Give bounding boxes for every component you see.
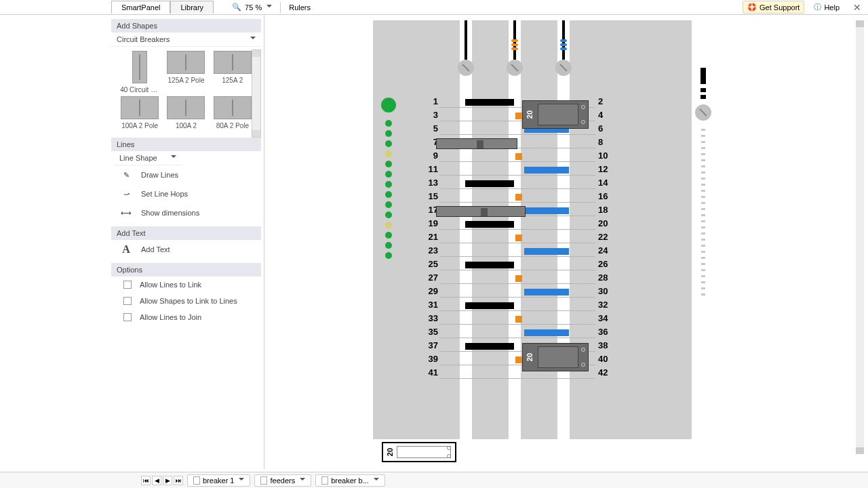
- set-line-hops-label: Set Line Hops: [141, 190, 188, 198]
- support-label: Get Support: [760, 3, 800, 12]
- checkbox[interactable]: [123, 281, 132, 289]
- checkbox[interactable]: [123, 297, 132, 305]
- options-header: Options: [111, 263, 261, 277]
- zoom-value[interactable]: 75 %: [245, 3, 262, 12]
- prev-page-icon[interactable]: ◀: [152, 476, 161, 485]
- floating-breaker[interactable]: 20: [382, 442, 456, 462]
- option-label: Allow Lines to Link: [140, 281, 201, 289]
- next-page-icon[interactable]: ▶: [163, 476, 172, 485]
- circuit-row[interactable]: 2122: [380, 232, 685, 245]
- draw-lines-label: Draw Lines: [141, 171, 178, 179]
- draw-lines-tool[interactable]: ✎ Draw Lines: [117, 165, 256, 184]
- page-nav[interactable]: ⏮ ◀ ▶ ⏭: [141, 476, 183, 485]
- breaker-20a-top[interactable]: 20: [522, 100, 589, 129]
- show-dims-label: Show dimensions: [141, 209, 199, 217]
- circuit-row[interactable]: 1920: [380, 218, 685, 232]
- close-icon[interactable]: ✕: [849, 2, 865, 13]
- zoom-caret-icon[interactable]: [267, 5, 272, 10]
- show-dimensions-tool[interactable]: ⟷ Show dimensions: [117, 203, 256, 222]
- circuit-rows: 1234567891011121314151617181920212223242…: [380, 96, 685, 381]
- circuit-row[interactable]: 2324: [380, 245, 685, 259]
- shape-item[interactable]: 125A 2 Pole: [164, 51, 208, 94]
- first-page-icon[interactable]: ⏮: [141, 476, 151, 485]
- add-text-label: Add Text: [141, 245, 170, 253]
- circuit-row[interactable]: 1718: [380, 205, 685, 218]
- breaker-20a-bottom[interactable]: 20: [522, 343, 589, 371]
- circuit-row[interactable]: 3536: [380, 327, 685, 340]
- circuit-row[interactable]: 1516: [380, 191, 685, 205]
- circuit-row[interactable]: 1314: [380, 178, 685, 191]
- circuit-row[interactable]: 2930: [380, 286, 685, 300]
- tab-smartpanel[interactable]: SmartPanel: [111, 1, 170, 14]
- breaker-small-2[interactable]: [436, 206, 526, 217]
- circuit-row[interactable]: 3132: [380, 300, 685, 313]
- rulers-toggle[interactable]: Rulers: [289, 3, 311, 12]
- add-text-header: Add Text: [111, 226, 261, 240]
- chevron-down-icon: [250, 37, 256, 42]
- shapes-scrollbar[interactable]: [252, 49, 261, 138]
- add-text-tool[interactable]: A Add Text: [111, 240, 261, 259]
- circuit-row[interactable]: 2526: [380, 259, 685, 272]
- hop-icon: ⤻: [119, 188, 133, 199]
- document-icon: [260, 476, 267, 485]
- circuit-row[interactable]: 910: [380, 150, 685, 164]
- checkbox[interactable]: [123, 313, 132, 321]
- zoom-controls: 🔍 75 %: [231, 2, 272, 13]
- shape-item[interactable]: 40 Circuit P...: [118, 51, 161, 94]
- shape-item[interactable]: 100A 2 Pole: [118, 96, 161, 129]
- option-lines-join[interactable]: Allow Lines to Join: [111, 309, 261, 325]
- option-label: Allow Shapes to Link to Lines: [140, 297, 237, 305]
- line-shape-label: Line Shape: [119, 154, 157, 162]
- set-line-hops-tool[interactable]: ⤻ Set Line Hops: [117, 184, 256, 203]
- breaker-small-1[interactable]: [436, 138, 517, 149]
- help-label: Help: [824, 3, 840, 12]
- shape-item[interactable]: 100A 2: [164, 96, 208, 129]
- top-toolbar: SmartPanel Library 🔍 75 % Rulers 🛟 Get S…: [0, 0, 868, 15]
- last-page-icon[interactable]: ⏭: [174, 476, 183, 485]
- document-icon: [321, 476, 328, 485]
- option-shapes-link[interactable]: Allow Shapes to Link to Lines: [111, 293, 261, 309]
- document-icon: [193, 476, 200, 485]
- zoom-icon[interactable]: 🔍: [231, 2, 242, 13]
- pencil-icon: ✎: [119, 169, 133, 180]
- sidebar: Add Shapes Circuit Breakers 40 Circuit P…: [108, 15, 264, 469]
- bottom-bar: ⏮ ◀ ▶ ⏭ breaker 1 feeders breaker b...: [0, 472, 868, 488]
- shapes-category-dropdown[interactable]: Circuit Breakers: [111, 33, 261, 47]
- text-icon: A: [119, 244, 133, 255]
- help-button[interactable]: ⓘ Help: [810, 1, 844, 14]
- get-support-button[interactable]: 🛟 Get Support: [743, 1, 804, 14]
- support-icon: 🛟: [747, 3, 757, 12]
- chevron-down-icon: [171, 155, 176, 161]
- shapes-category-label: Circuit Breakers: [117, 35, 170, 43]
- option-label: Allow Lines to Join: [140, 313, 201, 321]
- circuit-row[interactable]: 78: [380, 137, 685, 150]
- circuit-row[interactable]: 3334: [380, 313, 685, 327]
- separator: [280, 2, 281, 13]
- page-tab-2[interactable]: feeders: [254, 474, 311, 487]
- help-icon: ⓘ: [814, 2, 821, 12]
- circuit-row[interactable]: 2728: [380, 272, 685, 286]
- shapes-palette: 40 Circuit P... 125A 2 Pole 125A 2 100A …: [111, 47, 261, 134]
- left-tabs: SmartPanel Library: [111, 1, 214, 14]
- main-area: Add Shapes Circuit Breakers 40 Circuit P…: [0, 15, 868, 469]
- circuit-row[interactable]: 1112: [380, 164, 685, 178]
- line-shape-dropdown[interactable]: Line Shape: [114, 151, 182, 165]
- dimension-icon: ⟷: [119, 207, 133, 218]
- shape-item[interactable]: 125A 2: [211, 51, 254, 94]
- add-shapes-header: Add Shapes: [111, 19, 261, 33]
- tab-library[interactable]: Library: [170, 1, 214, 14]
- canvas-scrollbar[interactable]: [856, 20, 864, 454]
- option-lines-link[interactable]: Allow Lines to Link: [111, 277, 261, 293]
- canvas[interactable]: 1234567891011121314151617181920212223242…: [264, 15, 868, 469]
- neutral-bar[interactable]: [697, 20, 709, 439]
- page-tab-3[interactable]: breaker b...: [315, 474, 385, 487]
- lines-header: Lines: [111, 138, 261, 151]
- shape-item[interactable]: 80A 2 Pole: [211, 96, 254, 129]
- page-tab-1[interactable]: breaker 1: [187, 474, 250, 487]
